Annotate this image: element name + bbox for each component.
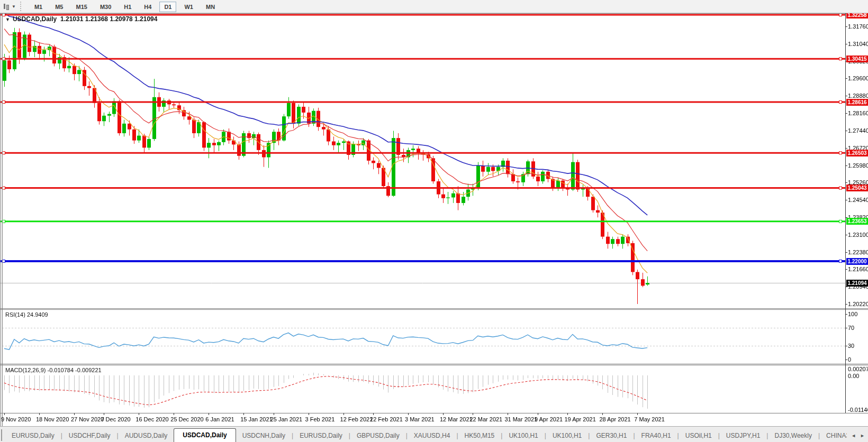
tab-hk50-m15[interactable]: HK50,M15	[458, 430, 501, 442]
macd-indicator-label: MACD(12,26,9) -0.010784 -0.009221	[5, 367, 102, 373]
date-axis-tick: 22 Feb 2021	[370, 416, 403, 422]
rsi-axis-tick: 70	[848, 325, 854, 331]
price-axis-tick: 1.20220	[848, 301, 868, 307]
tab-usdjpy-h1[interactable]: USDJPY,H1	[720, 430, 766, 442]
tab-uk100-h1[interactable]: UK100,H1	[546, 430, 588, 442]
date-axis-tick: 18 Nov 2020	[36, 416, 69, 422]
hline-price-label[interactable]: 1.28616	[846, 99, 868, 106]
price-chart-canvas[interactable]	[0, 0, 868, 442]
date-axis-tick: 31 Mar 2021	[504, 416, 537, 422]
ohlc-readout: 1.21031 1.21368 1.20978 1.21094	[60, 15, 158, 23]
date-axis-tick: 25 Jan 2021	[270, 416, 303, 422]
price-axis-tick: 1.21660	[848, 266, 868, 272]
tab-gbpusd-daily[interactable]: GBPUSD,Daily	[350, 430, 406, 442]
tab-scroll-right-button[interactable]: ►	[858, 432, 867, 439]
timeframe-buttons: M1M5M15M30H1H4D1W1MN	[28, 2, 221, 11]
tab-usdchf-daily[interactable]: USDCHF,Daily	[62, 430, 117, 442]
symbol-name: USDCAD,Daily	[13, 15, 57, 23]
tab-audusd-daily[interactable]: AUDUSD,Daily	[119, 430, 174, 442]
tab-usoil-h1[interactable]: USOil,H1	[679, 430, 718, 442]
price-axis-tick: 1.22380	[848, 249, 868, 255]
tab-dj30-weekly[interactable]: DJ30,Weekly	[768, 430, 818, 442]
date-axis-tick: 12 Feb 2021	[340, 416, 373, 422]
price-axis-tick: 1.28880	[848, 93, 868, 99]
tab-xauusd-h4[interactable]: XAUUSD,H4	[408, 430, 457, 442]
date-axis-tick: 6 Jan 2021	[205, 416, 234, 422]
hline-price-label[interactable]: 1.23653	[846, 218, 868, 225]
symbol-dropdown-icon[interactable]: ▼	[5, 17, 10, 22]
rsi-axis-tick: 30	[848, 343, 854, 349]
macd-axis-tick: 0.002074	[848, 366, 868, 372]
date-axis-tick: 22 Mar 2021	[469, 416, 502, 422]
price-axis-tick: 1.23100	[848, 232, 868, 238]
macd-axis-tick: -0.011462	[848, 407, 868, 413]
tab-ger30-h1[interactable]: GER30,H1	[590, 430, 633, 442]
tab-scroll-arrows: ◄►	[847, 430, 867, 439]
date-axis-tick: 27 Nov 2020	[71, 416, 104, 422]
date-axis-tick: 7 May 2021	[634, 416, 664, 422]
macd-axis-tick: 0.00	[848, 373, 859, 379]
price-axis-tick: 1.24540	[848, 197, 868, 203]
rsi-indicator-label: RSI(14) 24.9409	[5, 311, 48, 318]
date-axis-tick: 3 Mar 2021	[405, 416, 435, 422]
candlestick-chart-icon[interactable]	[2, 2, 12, 11]
date-axis-tick: 9 Nov 2020	[1, 416, 31, 422]
timeframe-button-m15[interactable]: M15	[71, 2, 92, 12]
hline-price-label[interactable]: 1.30415	[846, 56, 868, 62]
price-axis-tick: 1.31040	[848, 41, 868, 47]
date-axis-tick: 16 Dec 2020	[135, 416, 168, 422]
date-axis-tick: 25 Dec 2020	[170, 416, 203, 422]
tab-fra40-h1[interactable]: FRA40,H1	[635, 430, 677, 442]
timeframe-button-m5[interactable]: M5	[50, 2, 68, 12]
timeframe-button-w1[interactable]: W1	[179, 2, 198, 12]
hline-price-label[interactable]: 1.22000	[846, 258, 868, 265]
timeframe-toolbar: ▼ M1M5M15M30H1H4D1W1MN	[0, 0, 868, 13]
price-axis-tick: 1.29600	[848, 75, 868, 81]
timeframe-button-d1[interactable]: D1	[159, 2, 176, 12]
rsi-axis-tick: 100	[848, 311, 857, 317]
date-axis-tick: 15 Jan 2021	[240, 416, 273, 422]
rsi-axis-tick: 0	[848, 356, 851, 363]
date-axis-tick: 28 Apr 2021	[599, 416, 630, 422]
trading-platform-window: ▼ M1M5M15M30H1H4D1W1MN ▼USDCAD,Daily 1.2…	[0, 0, 868, 442]
tab-usdcnh-daily[interactable]: USDCNH,Daily	[236, 430, 292, 442]
tab-eurusd-daily[interactable]: EURUSD,Daily	[293, 430, 349, 442]
timeframe-button-mn[interactable]: MN	[201, 2, 220, 12]
tab-uk100-h1[interactable]: UK100,H1	[502, 430, 544, 442]
date-axis-tick: 12 Mar 2021	[440, 416, 473, 422]
price-axis-tick: 1.25980	[848, 162, 868, 169]
tab-usdcad-daily[interactable]: USDCAD,Daily	[174, 428, 236, 442]
date-axis-tick: 19 Apr 2021	[564, 416, 595, 422]
price-axis-tick: 1.27440	[848, 127, 868, 134]
chart-type-dropdown-icon[interactable]: ▼	[12, 4, 16, 9]
timeframe-button-m30[interactable]: M30	[95, 2, 116, 12]
date-axis-tick: 9 Apr 2021	[535, 416, 563, 422]
chart-title: ▼USDCAD,Daily 1.21031 1.21368 1.20978 1.…	[5, 15, 157, 23]
timeframe-button-m1[interactable]: M1	[30, 2, 47, 12]
price-axis-tick: 1.28160	[848, 110, 868, 116]
hline-price-label[interactable]: 1.26503	[846, 150, 868, 156]
timeframe-button-h1[interactable]: H1	[119, 2, 136, 12]
date-axis-tick: 7 Dec 2020	[101, 416, 130, 422]
price-axis-tick: 1.31760	[848, 23, 868, 30]
tab-items: EURUSD,Daily|USDCHF,Daily|AUDUSD,DailyUS…	[5, 428, 868, 442]
tabbar-grip[interactable]	[1, 429, 2, 441]
tab-scroll-left-button[interactable]: ◄	[849, 432, 858, 439]
chart-tab-bar: EURUSD,Daily|USDCHF,Daily|AUDUSD,DailyUS…	[0, 426, 868, 442]
hline-price-label[interactable]: 1.25043	[846, 185, 868, 191]
tab-eurusd-daily[interactable]: EURUSD,Daily	[5, 430, 61, 442]
timeframe-button-h4[interactable]: H4	[139, 2, 156, 12]
date-axis-tick: 3 Feb 2021	[305, 416, 335, 422]
toolbar-grip[interactable]	[20, 2, 24, 11]
current-price-label: 1.21094	[846, 280, 868, 287]
